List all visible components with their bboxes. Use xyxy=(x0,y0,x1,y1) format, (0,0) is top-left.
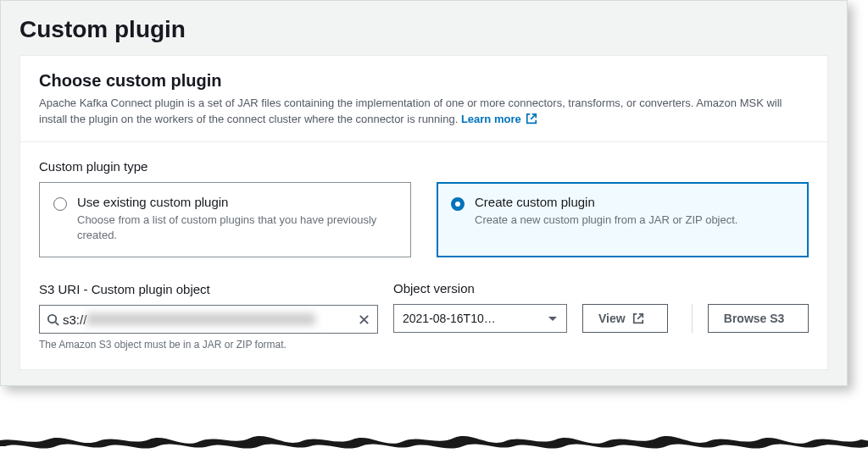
torn-edge-decoration xyxy=(0,429,868,453)
object-version-label: Object version xyxy=(393,281,567,296)
s3-uri-input-wrap[interactable]: s3:// xyxy=(39,305,378,334)
view-button-label: View xyxy=(598,312,626,325)
svg-point-0 xyxy=(48,314,56,322)
browse-button-group: Browse S3 xyxy=(708,304,809,351)
panel-title: Choose custom plugin xyxy=(39,71,809,91)
panel-description: Apache Kafka Connect plugin is a set of … xyxy=(39,96,809,128)
radio-icon xyxy=(451,197,465,211)
external-link-icon xyxy=(526,113,537,124)
tile-title: Create custom plugin xyxy=(475,195,737,209)
browse-s3-label: Browse S3 xyxy=(724,312,785,325)
s3-uri-redacted xyxy=(86,313,315,325)
choose-plugin-panel: Choose custom plugin Apache Kafka Connec… xyxy=(19,55,828,370)
object-version-value: 2021-08-16T10… xyxy=(403,312,496,325)
tile-title: Use existing custom plugin xyxy=(77,195,397,209)
external-link-icon xyxy=(632,312,644,324)
object-version-group: Object version 2021-08-16T10… xyxy=(393,281,567,351)
page-title: Custom plugin xyxy=(1,1,847,55)
plugin-type-create[interactable]: Create custom plugin Create a new custom… xyxy=(437,182,809,257)
plugin-type-label: Custom plugin type xyxy=(39,159,809,174)
plugin-type-existing[interactable]: Use existing custom plugin Choose from a… xyxy=(39,182,411,257)
vertical-divider xyxy=(692,304,693,333)
s3-uri-group: S3 URI - Custom plugin object s3:// xyxy=(39,282,378,351)
panel-description-text: Apache Kafka Connect plugin is a set of … xyxy=(39,97,782,125)
clear-input-button[interactable] xyxy=(358,313,370,326)
s3-uri-label: S3 URI - Custom plugin object xyxy=(39,282,378,296)
view-button[interactable]: View xyxy=(582,304,668,333)
object-version-select[interactable]: 2021-08-16T10… xyxy=(393,304,567,333)
learn-more-link[interactable]: Learn more xyxy=(461,113,537,125)
close-icon xyxy=(358,313,370,326)
panel-header: Choose custom plugin Apache Kafka Connec… xyxy=(20,56,827,142)
divider-group xyxy=(683,304,693,351)
s3-uri-prefix: s3:// xyxy=(59,312,86,327)
tile-desc: Create a new custom plugin from a JAR or… xyxy=(475,213,737,228)
search-icon xyxy=(47,313,59,326)
learn-more-label: Learn more xyxy=(461,113,521,125)
panel-body: Custom plugin type Use existing custom p… xyxy=(20,142,827,369)
plugin-type-group: Use existing custom plugin Choose from a… xyxy=(39,182,809,257)
tile-desc: Choose from a list of custom plugins tha… xyxy=(77,213,397,243)
browse-s3-button[interactable]: Browse S3 xyxy=(708,304,809,333)
s3-uri-helper: The Amazon S3 object must be in a JAR or… xyxy=(39,339,378,351)
caret-down-icon xyxy=(548,312,558,325)
radio-icon xyxy=(53,197,67,211)
object-row: S3 URI - Custom plugin object s3:// xyxy=(39,281,809,351)
page-container: Custom plugin Choose custom plugin Apach… xyxy=(0,0,848,386)
view-button-group: View xyxy=(582,304,668,351)
